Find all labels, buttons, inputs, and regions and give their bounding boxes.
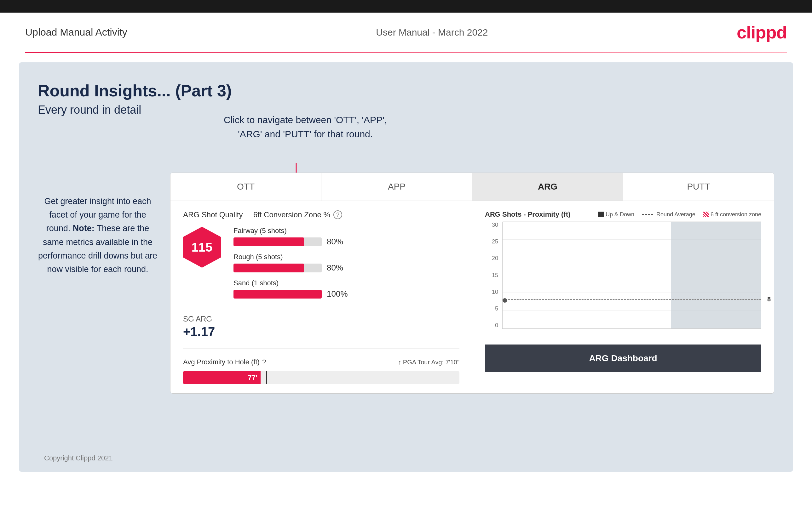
tab-app[interactable]: APP <box>321 173 472 201</box>
help-icon[interactable]: ? <box>334 210 342 219</box>
proximity-label-text: Avg Proximity to Hole (ft) <box>183 358 260 366</box>
chart-header: ARG Shots - Proximity (ft) Up & Down Rou… <box>485 210 761 219</box>
chart-title: ARG Shots - Proximity (ft) <box>485 210 570 219</box>
y-label-10: 10 <box>485 289 501 295</box>
main-content: Round Insights... (Part 3) Every round i… <box>19 62 793 472</box>
sand-bar-container: 100% <box>234 289 459 299</box>
proximity-cursor <box>266 371 267 384</box>
sg-value: +1.17 <box>183 325 459 339</box>
y-label-5: 5 <box>485 305 501 312</box>
legend-round-avg-label: Round Average <box>656 211 696 218</box>
conversion-label: 6ft Conversion Zone % <box>253 210 330 219</box>
header-center-label: User Manual - March 2022 <box>376 27 488 38</box>
footer: Copyright Clippd 2021 <box>44 454 113 462</box>
dashed-line-value: 8 <box>767 296 771 303</box>
sand-label: Sand (1 shots) <box>234 279 459 287</box>
legend-updown-label: Up & Down <box>606 211 634 218</box>
sand-bar-fill <box>234 290 322 298</box>
chart-y-axis: 0 5 10 15 20 25 30 <box>485 222 501 329</box>
panel-header: ARG Shot Quality 6ft Conversion Zone % ? <box>183 210 459 219</box>
copyright: Copyright Clippd 2021 <box>44 454 113 462</box>
fairway-bar-fill <box>234 237 304 246</box>
chart-area: 0 5 10 15 20 25 30 <box>485 222 761 341</box>
sand-pct: 100% <box>327 289 349 299</box>
legend-conversion-label: 6 ft conversion zone <box>711 211 761 218</box>
proximity-bar-fill: 77' <box>183 371 261 384</box>
fairway-pct: 80% <box>327 237 349 246</box>
right-panel: ARG Shots - Proximity (ft) Up & Down Rou… <box>472 201 774 393</box>
header-left: Upload Manual Activity <box>25 26 127 38</box>
note-label: Note: <box>73 224 95 233</box>
header: Upload Manual Activity User Manual - Mar… <box>0 13 812 52</box>
pga-label: ↑ PGA Tour Avg: 7'10" <box>398 359 459 366</box>
y-label-20: 20 <box>485 255 501 262</box>
left-panel: ARG Shot Quality 6ft Conversion Zone % ?… <box>170 201 472 393</box>
rough-bar-container: 80% <box>234 263 459 273</box>
shot-row-sand: Sand (1 shots) 100% <box>234 279 459 299</box>
fairway-bar-bg <box>234 237 322 246</box>
header-divider <box>25 52 787 53</box>
sg-label: SG ARG <box>183 315 459 323</box>
legend-conversion: 6 ft conversion zone <box>703 211 761 218</box>
chart-legend: Up & Down Round Average 6 ft conversion … <box>598 211 761 218</box>
arg-dashboard-button[interactable]: ARG Dashboard <box>485 344 761 372</box>
annotation-line2: 'ARG' and 'PUTT' for that round. <box>238 129 373 139</box>
proximity-label: Avg Proximity to Hole (ft) ? <box>183 358 266 366</box>
tab-arg[interactable]: ARG <box>472 173 623 201</box>
shot-row-rough: Rough (5 shots) 80% <box>234 253 459 273</box>
tab-ott[interactable]: OTT <box>170 173 321 201</box>
left-description: Get greater insight into each facet of y… <box>38 194 158 276</box>
fairway-label: Fairway (5 shots) <box>234 227 459 235</box>
y-label-0: 0 <box>485 322 501 329</box>
rough-label: Rough (5 shots) <box>234 253 459 261</box>
hexagon-container: 115 Fairway (5 shots) 80% <box>183 227 459 305</box>
proximity-section: Avg Proximity to Hole (ft) ? ↑ PGA Tour … <box>183 348 459 384</box>
proximity-bar-text: 77' <box>248 374 257 382</box>
section-title: Round Insights... (Part 3) <box>38 81 774 100</box>
chart-inner: 8 <box>502 222 761 329</box>
top-bar <box>0 0 812 13</box>
y-label-25: 25 <box>485 238 501 245</box>
hexagon: 115 <box>183 227 221 268</box>
shot-row-fairway: Fairway (5 shots) 80% <box>234 227 459 246</box>
proximity-bar-bg: 77' <box>183 371 459 384</box>
annotation-text: Click to navigate between 'OTT', 'APP', … <box>224 113 387 141</box>
shot-quality-rows: Fairway (5 shots) 80% Rough (5 shots) <box>234 227 459 305</box>
y-label-15: 15 <box>485 272 501 279</box>
sg-section: SG ARG +1.17 <box>183 315 459 339</box>
upload-label: Upload Manual Activity <box>25 26 127 38</box>
dashboard-card: OTT APP ARG PUTT ARG Shot Quality 6ft Co… <box>170 173 774 394</box>
section-subtitle: Every round in detail <box>38 103 774 116</box>
legend-round-avg: Round Average <box>642 211 696 218</box>
hex-value: 115 <box>192 240 213 255</box>
legend-updown-icon <box>598 212 604 217</box>
clippd-logo: clippd <box>737 22 787 43</box>
rough-bar-bg <box>234 264 322 272</box>
legend-hatch-icon <box>703 212 709 217</box>
tab-putt[interactable]: PUTT <box>623 173 774 201</box>
proximity-help-icon[interactable]: ? <box>262 358 266 366</box>
y-label-30: 30 <box>485 222 501 228</box>
legend-dash-icon <box>642 213 654 216</box>
rough-bar-fill <box>234 264 304 272</box>
bars-container <box>503 222 761 329</box>
proximity-header: Avg Proximity to Hole (ft) ? ↑ PGA Tour … <box>183 358 459 366</box>
rough-pct: 80% <box>327 263 349 273</box>
annotation-line1: Click to navigate between 'OTT', 'APP', <box>224 115 387 125</box>
legend-updown: Up & Down <box>598 211 634 218</box>
card-body: ARG Shot Quality 6ft Conversion Zone % ?… <box>170 201 774 393</box>
sand-bar-bg <box>234 290 322 298</box>
tab-bar: OTT APP ARG PUTT <box>170 173 774 201</box>
fairway-bar-container: 80% <box>234 237 459 246</box>
shot-quality-label: ARG Shot Quality <box>183 210 243 219</box>
